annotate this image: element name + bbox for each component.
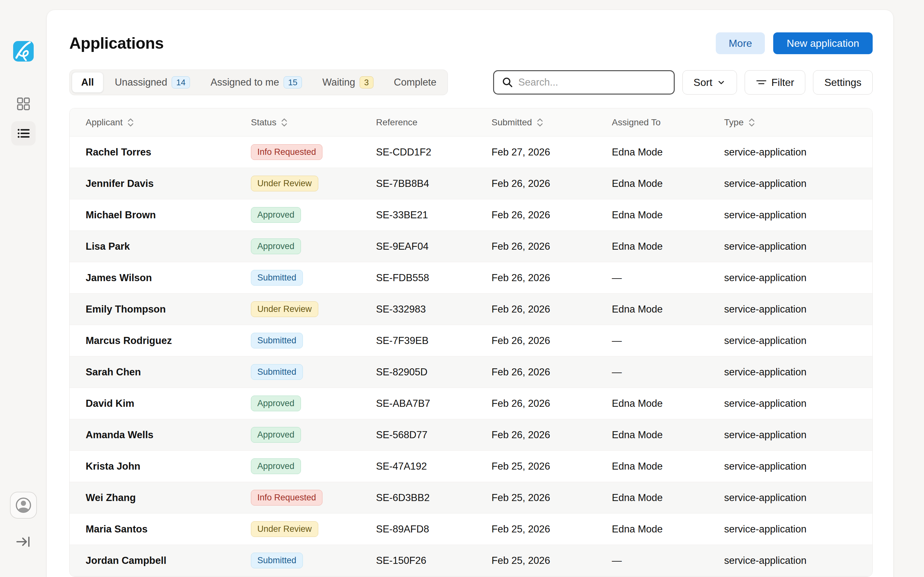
status-badge: Submitted [251,333,303,349]
table-row[interactable]: Amanda Wells Approved SE-568D77 Feb 26, … [69,419,872,451]
table-row[interactable]: Emily Thompson Under Review SE-332983 Fe… [69,293,872,325]
tab-assigned-to-me[interactable]: Assigned to me 15 [202,72,311,93]
status-badge: Info Requested [251,490,322,506]
app-logo[interactable] [13,41,34,61]
reference-cell: SE-89AFD8 [376,524,491,535]
column-header-submitted[interactable]: Submitted [491,117,612,127]
type-cell: service-application [724,429,872,441]
sort-arrows-icon [536,118,543,127]
search-icon [502,77,513,88]
sign-out-button[interactable] [14,532,33,551]
table-row[interactable]: David Kim Approved SE-ABA7B7 Feb 26, 202… [69,388,872,419]
column-header-label: Reference [376,117,417,127]
submitted-cell: Feb 26, 2026 [491,366,612,378]
applicant-name: Maria Santos [86,524,251,535]
toolbar: All Unassigned 14 Assigned to me 15 Wait… [69,69,873,95]
assigned-to-cell: Edna Mode [612,147,724,158]
filter-button-label: Filter [771,77,794,89]
type-cell: service-application [724,366,872,378]
user-menu-button[interactable] [10,492,37,519]
table-row[interactable]: Maria Santos Under Review SE-89AFD8 Feb … [69,514,872,545]
assigned-to-cell: Edna Mode [612,524,724,535]
status-badge: Under Review [251,176,318,192]
assigned-to-cell: Edna Mode [612,398,724,409]
submitted-cell: Feb 26, 2026 [491,178,612,189]
table-row[interactable]: Michael Brown Approved SE-33BE21 Feb 26,… [69,199,872,231]
more-button[interactable]: More [716,32,765,54]
column-header-assigned-to: Assigned To [612,117,724,127]
table-row[interactable]: Lisa Park Approved SE-9EAF04 Feb 26, 202… [69,231,872,262]
status-badge: Approved [251,207,301,223]
assigned-to-cell: — [612,555,724,566]
column-header-status[interactable]: Status [251,117,376,127]
main-panel: Applications More New application All Un… [47,10,893,577]
column-header-applicant[interactable]: Applicant [86,117,251,127]
reference-cell: SE-CDD1F2 [376,147,491,158]
table-row[interactable]: Sarah Chen Submitted SE-82905D Feb 26, 2… [69,356,872,388]
applicant-name: Jennifer Davis [86,178,251,189]
tab-label: Complete [394,77,437,88]
table-row[interactable]: James Wilson Submitted SE-FDB558 Feb 26,… [69,262,872,293]
tab-count-badge: 14 [172,76,190,89]
type-cell: service-application [724,178,872,189]
status-badge: Approved [251,427,301,443]
tab-waiting[interactable]: Waiting 3 [313,72,383,93]
applicant-name: Marcus Rodriguez [86,335,251,347]
tab-unassigned[interactable]: Unassigned 14 [106,72,199,93]
reference-cell: SE-FDB558 [376,272,491,284]
tab-all[interactable]: All [72,72,103,93]
column-header-label: Assigned To [612,117,661,127]
reference-cell: SE-47A192 [376,461,491,472]
reference-cell: SE-332983 [376,303,491,315]
sidebar-item-applications[interactable] [11,121,36,145]
status-badge: Approved [251,396,301,412]
grid-icon [16,97,31,111]
filter-button[interactable]: Filter [745,70,805,95]
sidebar-item-dashboard[interactable] [13,93,34,114]
applicant-name: Sarah Chen [86,366,251,378]
table-row[interactable]: Wei Zhang Info Requested SE-6D3BB2 Feb 2… [69,482,872,514]
table-row[interactable]: Krista John Approved SE-47A192 Feb 25, 2… [69,451,872,482]
status-badge: Under Review [251,521,318,537]
type-cell: service-application [724,241,872,252]
applicant-name: Lisa Park [86,241,251,252]
search-box[interactable] [493,70,675,95]
status-badge: Under Review [251,301,318,318]
applicant-name: David Kim [86,398,251,409]
search-input[interactable] [519,77,666,88]
type-cell: service-application [724,555,872,566]
tab-label: Unassigned [115,77,168,88]
table-row[interactable]: Jennifer Davis Under Review SE-7BB8B4 Fe… [69,168,872,199]
sort-button[interactable]: Sort [682,70,737,95]
table-row[interactable]: Jordan Campbell Submitted SE-150F26 Feb … [69,545,872,576]
assigned-to-cell: Edna Mode [612,210,724,221]
column-header-label: Type [724,117,744,127]
sort-button-label: Sort [694,77,712,89]
column-header-label: Submitted [491,117,532,127]
reference-cell: SE-7F39EB [376,335,491,347]
table-body: Rachel Torres Info Requested SE-CDD1F2 F… [69,137,872,576]
applicant-name: Rachel Torres [86,147,251,158]
reference-cell: SE-568D77 [376,429,491,441]
submitted-cell: Feb 26, 2026 [491,429,612,441]
tab-complete[interactable]: Complete [385,72,446,93]
reference-cell: SE-ABA7B7 [376,398,491,409]
status-badge: Submitted [251,364,303,380]
app-logo-glyph [13,41,34,61]
status-badge: Approved [251,458,301,474]
assigned-to-cell: — [612,272,724,284]
settings-button[interactable]: Settings [813,70,873,95]
applicant-name: Krista John [86,461,251,472]
table-row[interactable]: Marcus Rodriguez Submitted SE-7F39EB Feb… [69,325,872,356]
new-application-button[interactable]: New application [773,32,873,54]
table-row[interactable]: Rachel Torres Info Requested SE-CDD1F2 F… [69,137,872,168]
table-header: Applicant Status Reference Submitted Ass… [69,108,872,137]
column-header-type[interactable]: Type [724,117,872,127]
submitted-cell: Feb 26, 2026 [491,398,612,409]
tab-count-badge: 15 [284,76,302,89]
sign-out-icon [15,533,32,550]
filter-tabs: All Unassigned 14 Assigned to me 15 Wait… [69,69,448,95]
type-cell: service-application [724,272,872,284]
page-title: Applications [69,34,164,53]
submitted-cell: Feb 26, 2026 [491,210,612,221]
